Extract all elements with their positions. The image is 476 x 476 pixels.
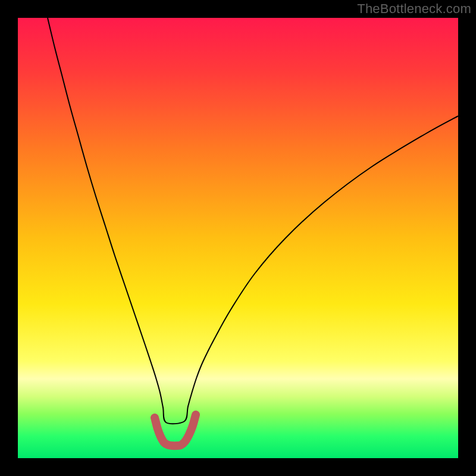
plot-frame — [18, 18, 458, 458]
gradient-background — [18, 18, 458, 458]
watermark-text: TheBottleneck.com — [357, 1, 471, 17]
bottleneck-chart — [18, 18, 458, 458]
